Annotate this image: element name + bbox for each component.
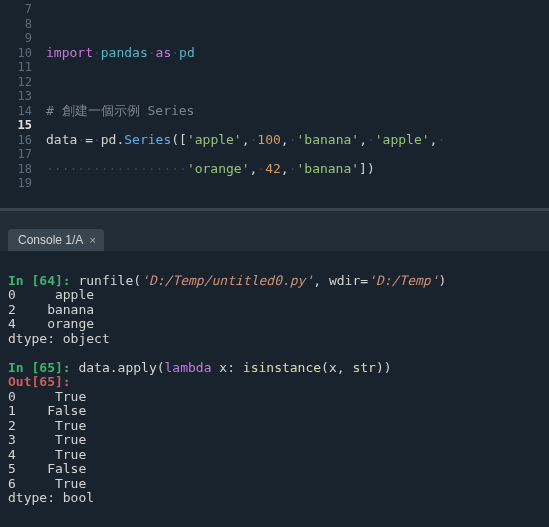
obj-pd: pd <box>101 132 117 147</box>
console-output[interactable]: In [64]: runfile('D:/Temp/untitled0.py',… <box>0 251 549 521</box>
console-tab[interactable]: Console 1/A × <box>8 229 104 251</box>
str-lit: 'banana' <box>296 161 359 176</box>
con-text: x: <box>212 360 243 375</box>
line-number: 8 <box>6 17 32 32</box>
panel-separator[interactable] <box>0 211 549 223</box>
console-tab-bar: Console 1/A × <box>0 223 549 251</box>
line-number: 12 <box>6 75 32 90</box>
line-gutter: 7 8 9 10 11 12 13 14 15 16 17 18 19 <box>0 0 42 208</box>
str-lit: 'orange' <box>187 161 250 176</box>
out-prompt-close: ]: <box>55 374 78 389</box>
con-out-line: 6 True <box>8 476 86 491</box>
out-prompt: Out[ <box>8 374 39 389</box>
con-out-line: 0 True <box>8 389 86 404</box>
op-eq: = <box>85 132 93 147</box>
line-number: 14 <box>6 104 32 119</box>
line-number: 9 <box>6 31 32 46</box>
in-prompt: In [ <box>8 360 39 375</box>
mod-pandas: pandas <box>101 45 148 60</box>
con-bif: str <box>352 360 375 375</box>
con-out-line: 4 orange <box>8 316 94 331</box>
in-prompt-close: ]: <box>55 360 78 375</box>
line-number-active: 15 <box>6 118 32 133</box>
con-text: data.apply( <box>78 360 164 375</box>
code-editor[interactable]: 7 8 9 10 11 12 13 14 15 16 17 18 19 impo… <box>0 0 549 211</box>
con-text: runfile( <box>78 273 141 288</box>
kw-as: as <box>156 45 172 60</box>
con-out-line: 5 False <box>8 461 86 476</box>
con-out-line: 3 True <box>8 432 86 447</box>
line-number: 11 <box>6 60 32 75</box>
con-str: 'D:/Temp' <box>368 273 438 288</box>
code-area[interactable]: import·pandas·as·pd # 創建一個示例 Series data… <box>42 0 549 208</box>
comment: # 創建一個示例 Series <box>46 103 194 118</box>
str-lit: 'apple' <box>187 132 242 147</box>
line-number: 19 <box>6 176 32 191</box>
con-out-line: 1 False <box>8 403 86 418</box>
in-prompt-num: 65 <box>39 360 55 375</box>
num-lit: 42 <box>265 161 281 176</box>
line-number: 10 <box>6 46 32 61</box>
close-icon[interactable]: × <box>89 234 95 246</box>
kw-import: import <box>46 45 93 60</box>
con-text: ) <box>439 273 447 288</box>
fn-series: Series <box>124 132 171 147</box>
con-out-line: 2 True <box>8 418 86 433</box>
alias-pd: pd <box>179 45 195 60</box>
str-lit: 'apple' <box>375 132 430 147</box>
in-prompt-num: 64 <box>39 273 55 288</box>
num-lit: 100 <box>257 132 280 147</box>
con-out-line: 2 banana <box>8 302 94 317</box>
line-number: 18 <box>6 162 32 177</box>
con-text: )) <box>376 360 392 375</box>
con-kw: lambda <box>165 360 212 375</box>
con-text: , wdir= <box>313 273 368 288</box>
in-prompt: In [ <box>8 273 39 288</box>
con-out-line: 0 apple <box>8 287 94 302</box>
line-number: 13 <box>6 89 32 104</box>
console-tab-label: Console 1/A <box>18 233 83 247</box>
in-prompt-close: ]: <box>55 273 78 288</box>
con-out-line: dtype: bool <box>8 490 94 505</box>
line-number: 7 <box>6 2 32 17</box>
con-bif: isinstance <box>243 360 321 375</box>
con-text: (x, <box>321 360 352 375</box>
line-number: 16 <box>6 133 32 148</box>
con-str: 'D:/Temp/untitled0.py' <box>141 273 313 288</box>
con-out-line: 4 True <box>8 447 86 462</box>
var-data: data <box>46 132 77 147</box>
str-lit: 'banana' <box>297 132 360 147</box>
con-out-line: dtype: object <box>8 331 110 346</box>
out-prompt-num: 65 <box>39 374 55 389</box>
line-number: 17 <box>6 147 32 162</box>
